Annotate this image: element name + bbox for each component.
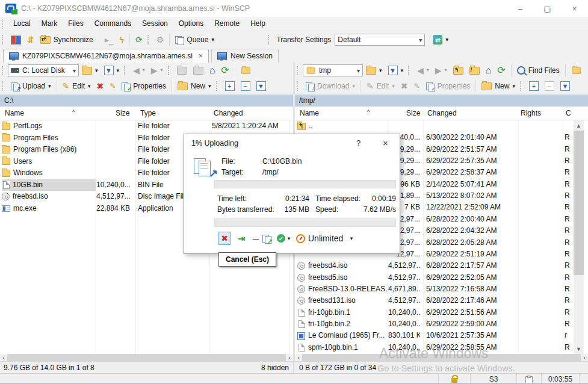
file-row[interactable]: FreeBSD-13.0-RELEAS...4,671,89...5/13/20… <box>295 283 578 295</box>
back-button[interactable]: ◀▾ <box>414 65 432 76</box>
file-row[interactable]: fri-10gb.bin.210,240,0...6/29/2022 2:59:… <box>295 318 578 330</box>
file-row[interactable]: spm-10gb.bin.110,240,0...6/29/2022 2:58:… <box>295 342 578 353</box>
compare-directories-button[interactable] <box>8 34 24 46</box>
properties-button[interactable]: ✓ Properties <box>423 81 474 91</box>
column-name[interactable]: Name <box>5 109 24 117</box>
menu-files[interactable]: Files <box>63 17 88 31</box>
column-size[interactable]: Size <box>116 109 129 117</box>
properties-button[interactable]: ✓ Properties <box>119 81 169 91</box>
home-directory-button[interactable]: ⌂ <box>483 65 495 76</box>
column-partial[interactable]: C <box>566 109 571 117</box>
refresh-button[interactable]: ⟳ <box>218 65 232 76</box>
unselect-button[interactable]: − <box>542 80 557 92</box>
scroll-right-icon[interactable]: › <box>286 354 293 361</box>
select-files-button[interactable]: ▼ <box>253 80 269 92</box>
minimize-button[interactable]: – <box>507 0 534 17</box>
local-drive-select[interactable]: C: Local Disk ▾ <box>8 64 79 76</box>
parent-directory-button[interactable] <box>174 66 190 76</box>
copy-path-button[interactable] <box>568 66 584 76</box>
menu-mark[interactable]: Mark <box>36 17 63 31</box>
copy-path-button[interactable] <box>238 66 254 76</box>
local-path-bar[interactable]: C:\ <box>0 94 293 107</box>
scroll-down-icon[interactable]: ▼ <box>574 344 584 354</box>
root-directory-button[interactable] <box>190 66 206 76</box>
tab-new-session[interactable]: New Session <box>211 49 279 63</box>
scrollbar-thumb[interactable] <box>574 131 584 275</box>
select-files-button[interactable]: ▼ <box>557 80 573 92</box>
select-button[interactable]: + <box>222 80 238 92</box>
menu-session[interactable]: Session <box>137 17 173 31</box>
file-row[interactable]: freebsd131.iso4,512,97...6/28/2022 2:17:… <box>295 295 578 306</box>
refresh-button[interactable]: ⟳ <box>494 65 508 76</box>
background-transfer-button[interactable]: ↗ <box>260 232 273 245</box>
delete-button[interactable]: ✖ <box>94 81 107 91</box>
forward-button[interactable]: ▶▾ <box>148 65 166 76</box>
transfer-options-dropdown[interactable]: ▾ <box>285 232 292 245</box>
cancel-button[interactable]: ✖ <box>218 232 231 245</box>
menu-commands[interactable]: Commands <box>89 17 137 31</box>
back-button[interactable]: ◀▾ <box>130 65 148 76</box>
menu-remote[interactable]: Remote <box>209 17 245 31</box>
file-row[interactable]: Le Corniaud (1965) Fr...830,101 KB10/6/2… <box>295 330 578 341</box>
speed-limit-select[interactable]: Unlimited <box>296 232 368 245</box>
file-row[interactable]: freebsd5.iso4,512,97...6/29/2022 2:52:05… <box>295 272 578 283</box>
unselect-button[interactable]: − <box>238 80 253 92</box>
root-directory-button[interactable]: / <box>466 66 483 76</box>
file-row[interactable]: ↰.. <box>295 120 578 132</box>
filter-button[interactable]: ▼▾ <box>385 64 407 76</box>
preferences-button[interactable]: ⚙ <box>153 34 167 45</box>
scrollbar-thumb[interactable] <box>302 354 581 361</box>
scroll-left-icon[interactable]: ‹ <box>295 354 302 361</box>
new-button[interactable]: New ▾ <box>478 81 518 91</box>
column-type[interactable]: Type <box>140 109 156 117</box>
column-rights[interactable]: Rights <box>521 109 541 117</box>
console-button[interactable]: ▸_ <box>102 34 117 45</box>
maximize-button[interactable]: ▢ <box>534 0 561 17</box>
edit-button[interactable]: ✎ Edit ▾ <box>60 81 94 91</box>
upload-button[interactable]: ↗ Upload ▾ <box>8 81 54 91</box>
menu-options[interactable]: Options <box>173 17 209 31</box>
scroll-right-icon[interactable]: › <box>581 354 588 361</box>
column-size[interactable]: Size <box>406 109 420 117</box>
scroll-left-icon[interactable]: ‹ <box>0 354 7 361</box>
transfer-settings-select[interactable]: Default ▾ <box>335 34 425 46</box>
remote-directory-select[interactable]: tmp ▾ <box>303 64 363 76</box>
file-row[interactable]: PerfLogsFile folder5/8/2021 1:20:24 AM <box>0 120 283 132</box>
queue-button[interactable]: Queue ▾ <box>172 34 217 45</box>
local-horizontal-scrollbar[interactable]: ‹ › <box>0 354 293 361</box>
synchronize-button[interactable]: ⇄ Synchronize <box>37 34 96 45</box>
synchronize-browsing-button[interactable]: ⇵ <box>24 34 37 45</box>
column-name[interactable]: Name <box>300 109 319 117</box>
edit-button[interactable]: ✎ Edit ▾ <box>364 81 398 91</box>
command-button[interactable]: ϟ <box>117 34 127 45</box>
menu-help[interactable]: Help <box>245 17 271 31</box>
home-directory-button[interactable]: ⌂ <box>206 65 218 76</box>
refresh-session-button[interactable]: ⟳ <box>132 34 146 45</box>
column-changed[interactable]: Changed <box>214 109 243 117</box>
forward-button[interactable]: ▶▾ <box>432 65 450 76</box>
select-button[interactable]: + <box>526 80 542 92</box>
open-directory-button[interactable]: ▾ <box>79 65 101 76</box>
scrollbar-thumb[interactable] <box>7 354 286 361</box>
menu-local[interactable]: Local <box>8 17 36 31</box>
file-row[interactable]: fri-10gb.bin.110,240,0...6/29/2022 2:51:… <box>295 307 578 318</box>
tab-close-icon[interactable]: × <box>199 52 203 60</box>
column-changed[interactable]: Changed <box>427 109 457 117</box>
download-button[interactable]: ↗ Download ▾ <box>303 81 358 91</box>
speed-limit-dropdown[interactable]: ▾ <box>348 232 355 245</box>
close-icon[interactable]: × <box>383 138 388 148</box>
filter-button[interactable]: ▼▾ <box>101 64 123 76</box>
new-button[interactable]: New ▾ <box>175 81 214 91</box>
delete-button[interactable]: ✖ <box>398 81 411 91</box>
find-files-button[interactable]: Find Files <box>514 65 563 76</box>
remote-path-bar[interactable]: /tmp/ <box>295 94 588 107</box>
close-button[interactable]: × <box>561 0 588 17</box>
rename-button[interactable]: ✎ <box>411 81 423 91</box>
tab-session[interactable]: KZ079PIXSCBMW4612N67@moja.shramba.arnes.… <box>3 49 209 63</box>
vertical-scrollbar[interactable]: ▲ ▼ <box>574 120 584 354</box>
scroll-up-icon[interactable]: ▲ <box>574 120 584 131</box>
session-color-button[interactable]: ⇄ ▾ <box>430 34 451 46</box>
remote-horizontal-scrollbar[interactable]: ‹ › <box>295 354 588 361</box>
help-icon[interactable]: ? <box>356 138 361 147</box>
file-row[interactable]: freebsd4.iso4,512,97...6/28/2022 2:17:57… <box>295 260 578 271</box>
